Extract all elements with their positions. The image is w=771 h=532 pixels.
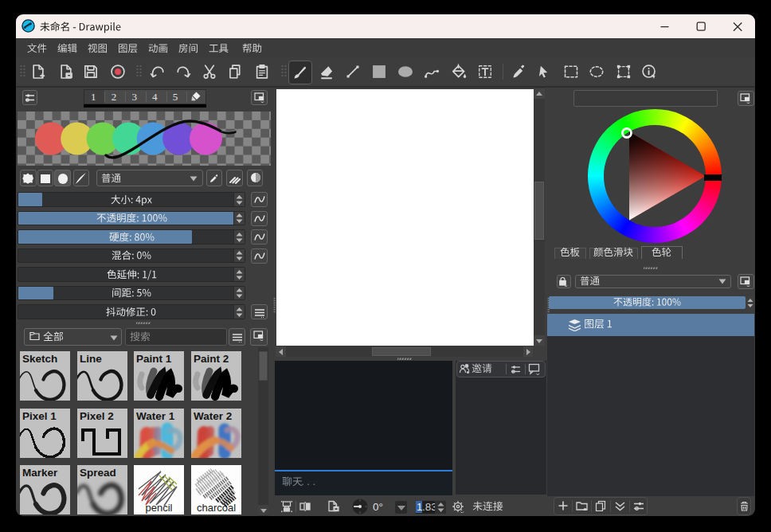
svg-text:Line: Line — [80, 353, 102, 365]
svg-text:Water 1: Water 1 — [136, 410, 175, 422]
svg-text:pencil: pencil — [146, 502, 173, 514]
svg-text:Sketch: Sketch — [22, 353, 57, 365]
svg-text:Spread: Spread — [80, 467, 116, 479]
svg-text:Paint 1: Paint 1 — [136, 353, 172, 365]
svg-text:Pixel 1: Pixel 1 — [22, 410, 57, 422]
svg-text:Paint 2: Paint 2 — [194, 353, 229, 365]
svg-text:Marker: Marker — [22, 467, 58, 479]
svg-text:Pixel 2: Pixel 2 — [80, 410, 114, 422]
svg-text:charcoal: charcoal — [196, 502, 235, 514]
svg-text:Water 2: Water 2 — [194, 410, 232, 422]
